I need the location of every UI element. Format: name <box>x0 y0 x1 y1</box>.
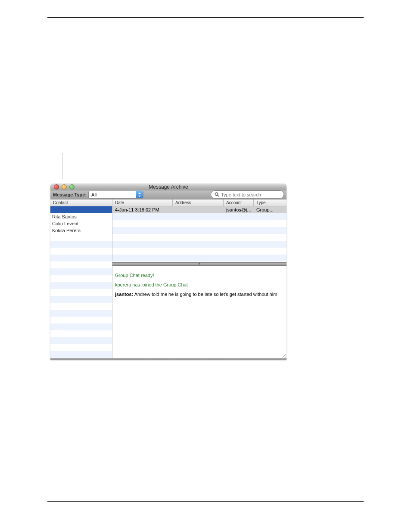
svg-line-1 <box>218 195 219 196</box>
toolbar: Message Type: All <box>50 190 286 199</box>
table-row[interactable]: 4-Jan-11 3:18:02 PM jsantos@j... Group..… <box>112 206 286 213</box>
system-message: Group Chat ready! <box>115 273 284 278</box>
contact-sidebar: Contact Rita Santos Colin Levent Kokila … <box>50 199 112 358</box>
close-icon[interactable] <box>54 184 59 190</box>
status-bar <box>50 358 286 360</box>
search-input[interactable] <box>211 190 284 199</box>
message-text: Andrew told me he is going to be late so… <box>133 292 277 297</box>
cursor-indicator <box>61 153 63 179</box>
contact-row[interactable]: Colin Levent <box>50 220 112 227</box>
resize-grip-icon[interactable] <box>281 353 286 358</box>
window-body: Contact Rita Santos Colin Levent Kokila … <box>50 199 286 358</box>
pane-splitter[interactable] <box>112 262 286 266</box>
cursor-indicator <box>77 180 79 184</box>
col-header-type[interactable]: Type <box>254 199 286 206</box>
chat-transcript: Group Chat ready! kperera has joined the… <box>112 266 286 358</box>
contact-row[interactable]: Kokila Perera <box>50 227 112 234</box>
message-archive-window: Message Archive Message Type: All Contac… <box>50 184 286 360</box>
contact-column-header[interactable]: Contact <box>50 199 112 206</box>
contact-list[interactable]: Rita Santos Colin Levent Kokila Perera <box>50 206 112 358</box>
cell-type: Group... <box>254 206 286 213</box>
select-value: All <box>91 192 136 197</box>
chevron-updown-icon <box>136 191 143 198</box>
cell-address <box>173 206 224 213</box>
main-pane: Date Address Account Type 4-Jan-11 3:18:… <box>112 199 286 358</box>
cell-account: jsantos@j... <box>224 206 254 213</box>
contact-row[interactable]: Rita Santos <box>50 213 112 220</box>
message-type-select[interactable]: All <box>88 191 143 199</box>
filter-label: Message Type: <box>53 192 87 197</box>
contact-row[interactable] <box>50 206 112 213</box>
svg-point-0 <box>215 193 218 196</box>
window-controls <box>50 184 75 190</box>
col-header-account[interactable]: Account <box>224 199 254 206</box>
cell-date: 4-Jan-11 3:18:02 PM <box>112 206 173 213</box>
minimize-icon[interactable] <box>62 184 67 190</box>
search-icon <box>215 192 219 197</box>
titlebar[interactable]: Message Archive <box>50 184 286 190</box>
col-header-date[interactable]: Date <box>112 199 173 206</box>
table-header: Date Address Account Type <box>112 199 286 206</box>
message-table[interactable]: 4-Jan-11 3:18:02 PM jsantos@j... Group..… <box>112 206 286 262</box>
col-header-address[interactable]: Address <box>173 199 224 206</box>
system-message: kperera has joined the Group Chat <box>115 282 284 287</box>
message-sender: jsantos: <box>115 292 133 297</box>
search-field[interactable] <box>221 192 280 197</box>
page-rule-bottom <box>47 501 364 502</box>
page-rule-top <box>47 17 364 18</box>
chat-message: jsantos: Andrew told me he is going to b… <box>115 292 284 297</box>
svg-line-4 <box>285 357 286 358</box>
zoom-icon[interactable] <box>69 184 75 190</box>
window-title: Message Archive <box>50 184 286 190</box>
grip-icon <box>199 263 200 264</box>
